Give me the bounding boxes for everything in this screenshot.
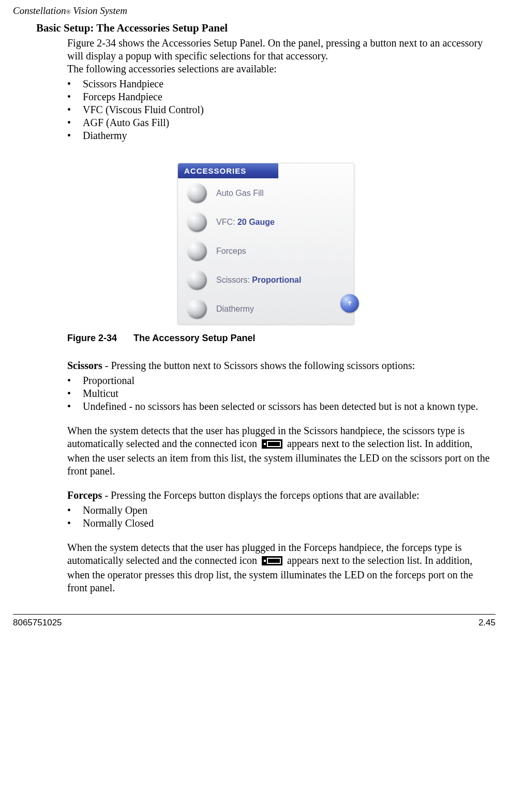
svg-rect-4 — [264, 560, 266, 562]
forceps-options: Normally Open Normally Closed — [67, 504, 496, 530]
list-item: Normally Closed — [67, 517, 496, 530]
agf-button[interactable] — [187, 183, 207, 203]
footer-docnum: 8065751025 — [13, 618, 62, 628]
vfc-value: 20 Gauge — [237, 218, 275, 226]
list-item: Normally Open — [67, 504, 496, 517]
panel-row-agf: Auto Gas Fill — [178, 178, 354, 208]
panel-row-scissors: Scissors: Proportional — [178, 266, 354, 295]
forceps-title: Forceps — [67, 489, 102, 501]
page-header: Constellation® Vision System — [13, 5, 496, 17]
scissors-options: Proportional Multicut Undefined - no sci… — [67, 374, 496, 413]
scissors-button[interactable] — [187, 270, 207, 290]
product-name: Constellation — [13, 5, 66, 16]
svg-rect-1 — [264, 443, 266, 445]
agf-label-text: Auto Gas Fill — [216, 189, 264, 197]
footer-pagenum: 2.45 — [478, 618, 496, 628]
scissors-lede-text: - Pressing the button next to Scissors s… — [102, 360, 415, 371]
connected-icon — [262, 556, 282, 569]
agf-label: Auto Gas Fill — [216, 189, 264, 198]
scissors-label-text: Scissors: — [216, 275, 252, 284]
forceps-lede: Forceps - Pressing the Forceps button di… — [67, 489, 496, 502]
scissors-value: Proportional — [252, 275, 301, 284]
accessories-list: Scissors Handpiece Forceps Handpiece VFC… — [67, 78, 496, 142]
list-item: Scissors Handpiece — [67, 78, 496, 90]
scissors-detect-paragraph: When the system detects that the user ha… — [67, 424, 496, 478]
scissors-lede: Scissors - Pressing the button next to S… — [67, 359, 496, 372]
diathermy-button[interactable] — [187, 299, 207, 319]
scissors-label: Scissors: Proportional — [216, 275, 301, 285]
forceps-button[interactable] — [187, 241, 207, 261]
list-item: VFC (Viscous Fluid Control) — [67, 103, 496, 116]
forceps-label: Forceps — [216, 247, 246, 256]
forceps-detect-paragraph: When the system detects that the user ha… — [67, 541, 496, 594]
figure-caption: Figure 2-34The Accessory Setup Panel — [67, 333, 496, 344]
forceps-lede-text: - Pressing the Forceps button displays t… — [102, 489, 419, 501]
list-item: AGF (Auto Gas Fill) — [67, 116, 496, 129]
vfc-button[interactable] — [187, 212, 207, 232]
panel-row-diathermy: Diathermy — [178, 295, 354, 324]
registered-mark: ® — [66, 8, 70, 16]
vfc-label: VFC: 20 Gauge — [216, 218, 275, 227]
intro-paragraph-1: Figure 2-34 shows the Accessories Setup … — [67, 37, 496, 63]
connected-icon — [262, 439, 282, 452]
intro-paragraph-2: The following accessories selections are… — [67, 63, 496, 75]
vfc-label-text: VFC: — [216, 218, 237, 226]
expand-icon[interactable] — [340, 294, 359, 313]
panel-row-forceps: Forceps — [178, 237, 354, 266]
list-item: Undefined - no scissors has been selecte… — [67, 400, 496, 413]
panel-row-vfc: VFC: 20 Gauge — [178, 208, 354, 237]
page-footer: 8065751025 2.45 — [13, 614, 496, 628]
list-item: Multicut — [67, 387, 496, 400]
diathermy-label: Diathermy — [216, 304, 254, 314]
list-item: Diathermy — [67, 129, 496, 142]
accessories-panel: ACCESSORIES Auto Gas Fill VFC: 20 Gauge — [177, 163, 354, 325]
diathermy-label-text: Diathermy — [216, 304, 254, 313]
section-heading: Basic Setup: The Accessories Setup Panel — [36, 22, 496, 35]
product-suffix: Vision System — [71, 5, 127, 16]
scissors-title: Scissors — [67, 360, 102, 371]
figure-title: The Accessory Setup Panel — [133, 333, 255, 343]
forceps-label-text: Forceps — [216, 247, 246, 255]
list-item: Proportional — [67, 374, 496, 387]
list-item: Forceps Handpiece — [67, 90, 496, 103]
panel-title: ACCESSORIES — [178, 163, 278, 178]
figure-number: Figure 2-34 — [67, 333, 117, 343]
